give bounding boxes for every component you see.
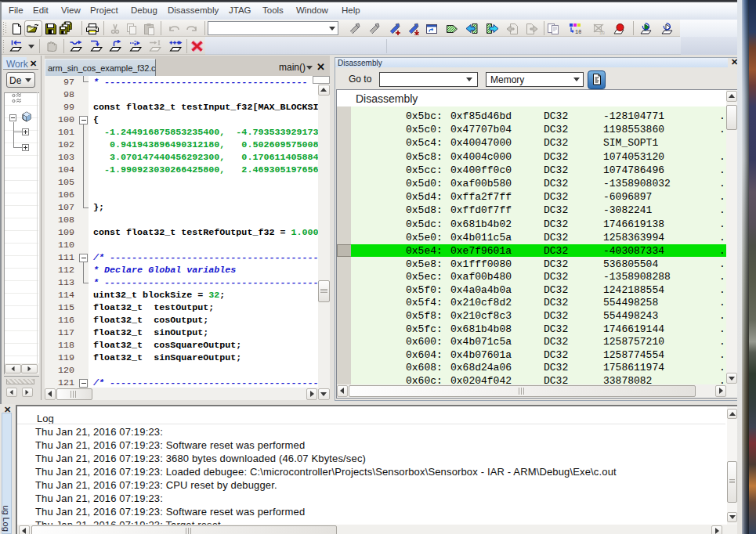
svg-text:10: 10 — [575, 29, 581, 35]
svg-text:10: 10 — [599, 31, 605, 35]
